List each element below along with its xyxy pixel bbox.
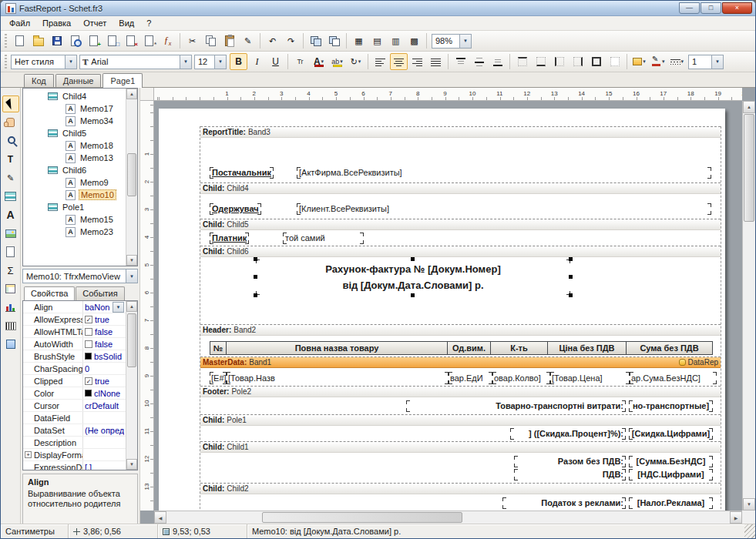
property-row-align[interactable]: AlignbaNone▼ [23, 301, 126, 313]
new-dialog-page-button[interactable]: □ [103, 32, 121, 49]
memo-invoice-title-selected[interactable]: Рахунок-фактура № [Докум.Номер] від [Док… [256, 259, 570, 295]
resize-handle[interactable] [569, 275, 573, 279]
memo-discount-label[interactable]: ] ([Скидка.Процент]%): [510, 428, 626, 440]
chevron-down-icon[interactable]: ▼ [180, 55, 191, 69]
tree-scrollbar[interactable]: ▲ ▼ [126, 89, 137, 266]
expand-icon[interactable]: + [25, 451, 32, 458]
minimize-button[interactable]: — [679, 2, 700, 14]
scroll-down-button[interactable]: ▼ [126, 459, 137, 470]
tree-item-memo17[interactable]: AMemo17 [23, 102, 126, 115]
band-header-child5[interactable]: Child:Child5 [200, 219, 721, 230]
property-row-expressionde[interactable]: ExpressionDe[,] [23, 461, 126, 470]
header-cell-4[interactable]: Ціна без ПДВ [547, 341, 627, 355]
align-center-button[interactable] [390, 53, 408, 70]
object-selector[interactable]: Memo10: TfrxMemoView ▼ [22, 269, 138, 283]
property-row-description[interactable]: Description [23, 437, 126, 449]
memo-adtax-label[interactable]: Податок з реклами: [502, 497, 626, 509]
dataset-badge[interactable]: DataRep [679, 357, 718, 367]
menu-item-0[interactable]: Файл [3, 17, 36, 29]
scroll-up-button[interactable]: ▲ [126, 89, 137, 99]
tree-scroll-thumb[interactable] [127, 153, 136, 196]
resize-handle[interactable] [254, 275, 257, 279]
memo-adtax-value[interactable]: [Налог.Реклама] [629, 497, 713, 509]
resize-handle[interactable] [411, 293, 415, 297]
insert-subreport-button[interactable] [2, 243, 19, 260]
resize-handle[interactable] [254, 257, 257, 261]
property-row-autowidth[interactable]: AutoWidthfalse [23, 338, 126, 350]
property-row-allowhtmlta[interactable]: AllowHTMLTafalse [23, 326, 126, 338]
format-painter-button[interactable]: ✎ [239, 32, 257, 49]
scroll-down-button[interactable]: ▼ [126, 255, 137, 266]
resize-handle[interactable] [569, 293, 573, 297]
memo-receiver-value[interactable]: [Клиент.ВсеРеквизиты] [297, 203, 711, 215]
undo-button[interactable]: ↶ [264, 32, 281, 49]
scroll-left-button[interactable]: ◀ [154, 511, 166, 524]
memo-supplier-label[interactable]: Постачальник [210, 167, 274, 179]
close-button[interactable]: × [722, 2, 752, 14]
insert-aggregate-button[interactable]: Σ [2, 262, 19, 279]
tree-item-memo15[interactable]: AMemo15 [23, 213, 126, 226]
masterdata-cell-1[interactable]: [Товар.Назв [227, 372, 449, 384]
zoom-combo[interactable]: 98% ▼ [432, 34, 472, 49]
frame-left-button[interactable] [550, 53, 568, 70]
vertical-scroll-thumb[interactable] [744, 114, 754, 222]
property-checkbox[interactable] [85, 328, 92, 336]
band-header-footer[interactable]: Footer:Pole2 [200, 387, 721, 397]
new-page-button[interactable]: + [85, 32, 102, 49]
hand-tool[interactable] [2, 114, 19, 131]
menu-item-3[interactable]: Вид [113, 17, 140, 29]
snap-to-grid-button[interactable]: ▥ [387, 32, 405, 49]
frame-right-button[interactable] [569, 53, 586, 70]
memo-total-label[interactable]: Разом без ПДВ: [514, 456, 626, 467]
property-row-displayforma[interactable]: +DisplayForma [23, 449, 126, 461]
memo-payer-value[interactable]: той самий [283, 233, 364, 244]
copy-button[interactable] [202, 32, 220, 49]
inspector-tab-0[interactable]: Свойства [24, 286, 75, 300]
tab-page1[interactable]: Page1 [102, 73, 143, 88]
toolbar-grip[interactable] [5, 34, 7, 48]
font-combo[interactable]: T Arial ▼ [79, 55, 192, 69]
property-row-clipped[interactable]: Clippedtrue [23, 375, 126, 387]
property-checkbox[interactable] [85, 377, 92, 385]
tree-item-memo34[interactable]: AMemo34 [23, 115, 126, 127]
band-header-pole1[interactable]: Child:Pole1 [200, 415, 721, 426]
insert-picture-button[interactable] [2, 225, 19, 242]
band-header-child2[interactable]: Child:Child2 [200, 484, 721, 494]
font-settings-button[interactable]: Tr [291, 53, 309, 70]
memo-vat-label[interactable]: ПДВ: [514, 469, 626, 480]
masterdata-cell-2[interactable]: вар.ЕдИ [449, 372, 492, 384]
frame-bottom-button[interactable] [532, 53, 549, 70]
frame-none-button[interactable] [606, 53, 623, 70]
band-header-child1[interactable]: Child:Child1 [200, 442, 721, 453]
tree-item-child6[interactable]: Child6 [23, 164, 126, 176]
insert-ole-button[interactable] [2, 336, 19, 353]
tree-item-memo23[interactable]: AMemo23 [23, 226, 126, 238]
line-width-combo[interactable]: 1 ▼ [688, 55, 724, 69]
memo-transport-value[interactable]: но-транспортные] [629, 400, 713, 412]
tree-item-pole1[interactable]: Pole1 [23, 201, 126, 213]
redo-button[interactable]: ↷ [282, 32, 300, 49]
resize-handle[interactable] [569, 257, 573, 261]
align-justify-button[interactable] [427, 53, 445, 70]
tab-data[interactable]: Данные [55, 74, 102, 87]
insert-text-button[interactable]: A [2, 206, 19, 223]
property-row-cursor[interactable]: CursorcrDefault [23, 400, 126, 412]
chevron-down-icon[interactable]: ▼ [65, 55, 76, 69]
chevron-down-icon[interactable]: ▼ [459, 35, 471, 48]
header-cell-1[interactable]: Повна назва товару [226, 341, 448, 355]
chevron-down-icon[interactable]: ▼ [711, 55, 723, 69]
memo-receiver-label[interactable]: Одержувач [210, 203, 261, 215]
underline-button[interactable]: U [267, 53, 284, 70]
toolbar-grip[interactable] [5, 55, 7, 69]
property-row-charspacing[interactable]: CharSpacing0 [23, 363, 126, 375]
masterdata-cell-3[interactable]: овар.Колво] [492, 372, 550, 384]
valign-top-button[interactable] [452, 53, 469, 70]
align-left-button[interactable] [371, 53, 389, 70]
fill-color-button[interactable]: ▾ [630, 53, 648, 70]
frame-top-button[interactable] [513, 53, 531, 70]
delete-page-button[interactable]: × [122, 32, 139, 49]
font-size-combo[interactable]: 12 ▼ [194, 55, 227, 69]
band-header-header2[interactable]: Header:Band2 [200, 325, 721, 336]
design-canvas[interactable]: ReportTitle:Band3 Постачальник [АктФирма… [154, 101, 742, 511]
variables-button[interactable]: ƒx [159, 32, 176, 49]
